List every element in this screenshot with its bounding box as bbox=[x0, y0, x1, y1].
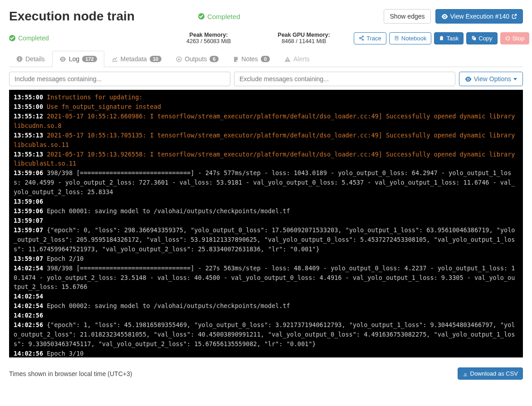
tab-notes-count: 0 bbox=[261, 56, 270, 62]
log-output[interactable]: 13:55:00 Instructions for updating:13:55… bbox=[9, 90, 523, 357]
timezone-note: Times shown in browser local time (UTC+3… bbox=[9, 370, 132, 377]
stop-label: Stop bbox=[512, 35, 525, 42]
copy-button[interactable]: Copy bbox=[466, 32, 497, 44]
tab-notes[interactable]: Notes 0 bbox=[226, 51, 277, 67]
note-icon bbox=[233, 56, 239, 62]
trace-label: Trace bbox=[366, 35, 381, 42]
task-button[interactable]: Task bbox=[434, 32, 464, 44]
stop-button[interactable]: Stop bbox=[500, 32, 530, 44]
svg-point-5 bbox=[19, 57, 20, 58]
header-status: Completed bbox=[198, 13, 380, 20]
exclude-filter-input[interactable] bbox=[234, 72, 455, 86]
download-csv-button[interactable]: Download as CSV bbox=[458, 367, 523, 380]
download-icon bbox=[176, 56, 182, 62]
tab-outputs[interactable]: Outputs 6 bbox=[169, 51, 226, 67]
eye-icon bbox=[441, 14, 448, 19]
view-options-button[interactable]: View Options bbox=[459, 72, 523, 86]
show-edges-button[interactable]: Show edges bbox=[384, 9, 430, 24]
tab-log-count: 172 bbox=[82, 56, 97, 62]
chart-icon bbox=[112, 56, 118, 62]
view-options-label: View Options bbox=[474, 75, 511, 83]
notebook-button[interactable]: Notebook bbox=[389, 32, 432, 44]
download-icon bbox=[463, 371, 468, 377]
tab-details-label: Details bbox=[25, 55, 45, 63]
clipboard-icon bbox=[439, 35, 444, 41]
copy-label: Copy bbox=[478, 35, 492, 42]
view-execution-label: View Execution #140 bbox=[450, 13, 510, 20]
status-indicator: Completed bbox=[9, 34, 159, 42]
peak-gpu-stat: Peak GPU Memory: 8468 / 11441 MiB bbox=[259, 32, 349, 44]
svg-point-0 bbox=[360, 38, 361, 39]
tab-log-label: Log bbox=[69, 55, 79, 63]
tab-alerts-label: Alerts bbox=[293, 55, 310, 63]
book-icon bbox=[394, 35, 399, 41]
page-title: Execution node train bbox=[9, 9, 135, 24]
power-icon bbox=[505, 35, 510, 41]
svg-rect-4 bbox=[19, 59, 20, 61]
check-circle-icon bbox=[9, 35, 15, 41]
eye-icon bbox=[59, 57, 66, 62]
notebook-label: Notebook bbox=[401, 35, 427, 42]
download-csv-label: Download as CSV bbox=[470, 370, 518, 377]
peak-memory-stat: Peak Memory: 4263 / 56083 MiB bbox=[163, 32, 254, 44]
eye-icon bbox=[465, 77, 472, 82]
external-link-icon bbox=[512, 14, 517, 19]
peak-gpu-value: 8468 / 11441 MiB bbox=[259, 38, 349, 44]
check-circle-icon bbox=[198, 13, 205, 20]
header-status-label: Completed bbox=[207, 13, 240, 20]
tabs-nav: Details Log 172 Metadata 10 Outputs 6 No… bbox=[9, 51, 523, 67]
tab-notes-label: Notes bbox=[241, 55, 258, 63]
tab-alerts[interactable]: Alerts bbox=[277, 51, 317, 67]
tab-metadata-count: 10 bbox=[150, 56, 161, 62]
tab-log[interactable]: Log 172 bbox=[52, 51, 104, 67]
share-icon bbox=[359, 35, 364, 41]
peak-memory-label: Peak Memory: bbox=[163, 32, 254, 38]
view-execution-button[interactable]: View Execution #140 bbox=[435, 9, 523, 24]
peak-gpu-label: Peak GPU Memory: bbox=[259, 32, 349, 38]
info-icon bbox=[16, 56, 23, 62]
caret-down-icon bbox=[513, 78, 517, 80]
tab-details[interactable]: Details bbox=[9, 51, 52, 67]
peak-memory-value: 4263 / 56083 MiB bbox=[163, 38, 254, 44]
horizontal-scrollbar[interactable] bbox=[9, 358, 523, 365]
copy-icon bbox=[471, 35, 476, 41]
tab-outputs-label: Outputs bbox=[185, 55, 207, 63]
status-label: Completed bbox=[18, 34, 49, 42]
tab-metadata-label: Metadata bbox=[121, 55, 147, 63]
task-label: Task bbox=[446, 35, 459, 42]
include-filter-input[interactable] bbox=[9, 72, 230, 86]
tab-metadata[interactable]: Metadata 10 bbox=[104, 51, 169, 67]
warning-icon bbox=[284, 56, 291, 62]
trace-button[interactable]: Trace bbox=[354, 32, 386, 44]
tab-outputs-count: 6 bbox=[210, 56, 219, 62]
